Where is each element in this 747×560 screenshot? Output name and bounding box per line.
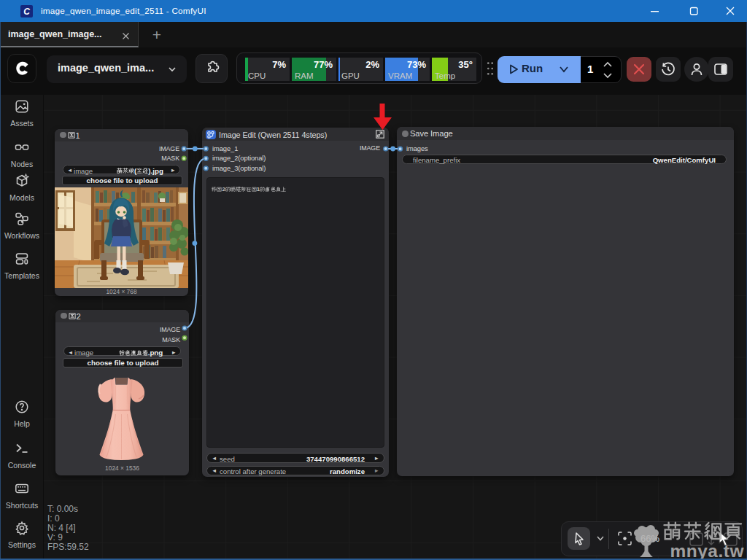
svg-text:C: C: [23, 7, 30, 17]
svg-text:mnya.tw: mnya.tw: [670, 541, 744, 559]
